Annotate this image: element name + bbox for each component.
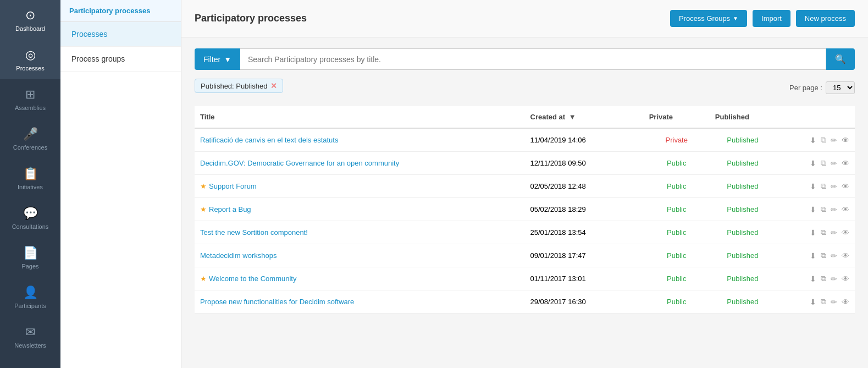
private-badge: Public xyxy=(667,182,686,190)
content-wrapper: Participatory processes Processes Proces… xyxy=(60,0,868,368)
title-link[interactable]: Support Forum xyxy=(209,182,257,190)
edit-icon[interactable]: ✏ xyxy=(831,228,837,237)
cell-created-at: 11/04/2019 14:06 xyxy=(525,128,644,152)
cell-created-at: 09/01/2018 17:47 xyxy=(525,244,644,267)
sidebar-item-newsletters[interactable]: ✉ Newsletters xyxy=(0,317,60,356)
preview-icon[interactable]: 👁 xyxy=(842,298,849,306)
duplicate-icon[interactable]: ⧉ xyxy=(821,274,826,283)
search-button[interactable]: 🔍 xyxy=(826,48,855,70)
edit-icon[interactable]: ✏ xyxy=(831,274,837,283)
sidebar-label-initiatives: Initiatives xyxy=(18,184,43,190)
published-badge: Published xyxy=(727,182,758,190)
duplicate-icon[interactable]: ⧉ xyxy=(821,135,826,145)
edit-icon[interactable]: ✏ xyxy=(831,298,837,306)
col-header-title: Title xyxy=(195,106,525,128)
search-input[interactable] xyxy=(240,48,826,70)
left-nav-processes[interactable]: Processes xyxy=(60,22,181,47)
cell-title: Metadecidim workshops xyxy=(195,244,525,267)
preview-icon[interactable]: 👁 xyxy=(842,205,849,214)
sidebar-item-initiatives[interactable]: 📋 Initiatives xyxy=(0,158,60,198)
edit-icon[interactable]: ✏ xyxy=(831,251,837,260)
sidebar: ⊙ Dashboard ◎ Processes ⊞ Assemblies 🎤 C… xyxy=(0,0,60,368)
sort-down-icon: ▼ xyxy=(569,113,576,121)
sidebar-item-conferences[interactable]: 🎤 Conferences xyxy=(0,119,60,158)
col-header-published: Published xyxy=(710,106,776,128)
cell-title: Propose new functionalities for Decidim … xyxy=(195,290,525,314)
cell-actions: ⬇ ⧉ ✏ 👁 xyxy=(776,175,855,198)
search-icon: 🔍 xyxy=(835,54,846,64)
title-link[interactable]: Ratificació de canvis en el text dels es… xyxy=(200,136,338,144)
cell-created-at: 01/11/2017 13:01 xyxy=(525,267,644,290)
conferences-icon: 🎤 xyxy=(23,127,38,142)
per-page-select[interactable]: 15 30 50 xyxy=(826,81,855,94)
cell-created-at: 12/11/2018 09:50 xyxy=(525,152,644,175)
duplicate-icon[interactable]: ⧉ xyxy=(821,205,826,214)
title-link[interactable]: Decidim.GOV: Democratic Governance for a… xyxy=(200,159,399,167)
preview-icon[interactable]: 👁 xyxy=(842,159,849,168)
duplicate-icon[interactable]: ⧉ xyxy=(821,182,826,191)
cell-title: Decidim.GOV: Democratic Governance for a… xyxy=(195,152,525,175)
cell-private: Public xyxy=(644,267,710,290)
import-button[interactable]: Import xyxy=(753,10,790,27)
sidebar-label-pages: Pages xyxy=(21,263,38,270)
processes-icon: ◎ xyxy=(23,47,38,63)
cell-actions: ⬇ ⧉ ✏ 👁 xyxy=(776,244,855,267)
sidebar-item-participants[interactable]: 👤 Participants xyxy=(0,277,60,317)
preview-icon[interactable]: 👁 xyxy=(842,136,849,145)
edit-icon[interactable]: ✏ xyxy=(831,205,837,214)
preview-icon[interactable]: 👁 xyxy=(842,274,849,283)
process-groups-button[interactable]: Process Groups ▼ xyxy=(670,10,747,27)
col-header-created-at[interactable]: Created at ▼ xyxy=(525,106,644,128)
download-icon[interactable]: ⬇ xyxy=(810,136,816,145)
cell-title: Test the new Sortition component! xyxy=(195,221,525,244)
download-icon[interactable]: ⬇ xyxy=(810,298,816,306)
duplicate-icon[interactable]: ⧉ xyxy=(821,228,826,237)
preview-icon[interactable]: 👁 xyxy=(842,228,849,237)
title-link[interactable]: Report a Bug xyxy=(209,205,251,213)
sidebar-label-consultations: Consultations xyxy=(12,223,49,230)
sidebar-item-pages[interactable]: 📄 Pages xyxy=(0,238,60,277)
edit-icon[interactable]: ✏ xyxy=(831,136,837,145)
left-nav-process-groups[interactable]: Process groups xyxy=(60,47,181,72)
edit-icon[interactable]: ✏ xyxy=(831,159,837,168)
title-link[interactable]: Propose new functionalities for Decidim … xyxy=(200,298,354,306)
sidebar-label-conferences: Conferences xyxy=(13,144,47,151)
action-icons: ⬇ ⧉ ✏ 👁 xyxy=(781,135,849,145)
participants-icon: 👤 xyxy=(23,285,38,300)
sidebar-item-consultations[interactable]: 💬 Consultations xyxy=(0,198,60,238)
download-icon[interactable]: ⬇ xyxy=(810,274,816,283)
preview-icon[interactable]: 👁 xyxy=(842,251,849,260)
search-bar: Filter ▼ 🔍 xyxy=(195,48,855,70)
download-icon[interactable]: ⬇ xyxy=(810,205,816,214)
cell-created-at: 25/01/2018 13:54 xyxy=(525,221,644,244)
download-icon[interactable]: ⬇ xyxy=(810,228,816,237)
page-title: Participatory processes xyxy=(195,13,307,24)
pages-icon: 📄 xyxy=(23,245,38,261)
duplicate-icon[interactable]: ⧉ xyxy=(821,251,826,260)
filter-tag-close-icon[interactable]: ✕ xyxy=(270,81,277,90)
cell-published: Published xyxy=(710,244,776,267)
filter-button[interactable]: Filter ▼ xyxy=(195,48,240,70)
sidebar-item-processes[interactable]: ◎ Processes xyxy=(0,40,60,79)
new-process-button[interactable]: New process xyxy=(796,10,855,27)
sidebar-item-dashboard[interactable]: ⊙ Dashboard xyxy=(0,0,60,40)
duplicate-icon[interactable]: ⧉ xyxy=(821,297,826,306)
initiatives-icon: 📋 xyxy=(23,166,38,182)
cell-published: Published xyxy=(710,221,776,244)
title-link[interactable]: Metadecidim workshops xyxy=(200,251,277,260)
published-badge: Published xyxy=(727,205,758,213)
table-row: Propose new functionalities for Decidim … xyxy=(195,290,855,314)
preview-icon[interactable]: 👁 xyxy=(842,182,849,191)
download-icon[interactable]: ⬇ xyxy=(810,251,816,260)
title-link[interactable]: Test the new Sortition component! xyxy=(200,228,308,237)
published-badge: Published xyxy=(727,228,758,237)
sidebar-item-assemblies[interactable]: ⊞ Assemblies xyxy=(0,79,60,119)
action-icons: ⬇ ⧉ ✏ 👁 xyxy=(781,274,849,283)
download-icon[interactable]: ⬇ xyxy=(810,182,816,191)
duplicate-icon[interactable]: ⧉ xyxy=(821,158,826,168)
title-link[interactable]: Welcome to the Community xyxy=(209,274,296,283)
edit-icon[interactable]: ✏ xyxy=(831,182,837,191)
download-icon[interactable]: ⬇ xyxy=(810,159,816,168)
cell-actions: ⬇ ⧉ ✏ 👁 xyxy=(776,221,855,244)
action-icons: ⬇ ⧉ ✏ 👁 xyxy=(781,228,849,237)
